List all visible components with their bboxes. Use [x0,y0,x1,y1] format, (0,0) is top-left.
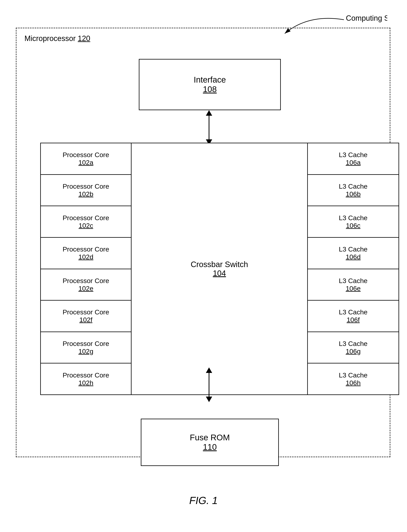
proc-core-b: Processor Core 102b [41,175,131,206]
l3-cache-column: L3 Cache 106a L3 Cache 106b L3 Cache 106… [308,143,399,394]
l3-cache-c: L3 Cache 106c [308,206,399,238]
fuse-rom-box: Fuse ROM 110 [141,419,279,466]
l3-cache-f: L3 Cache 106f [308,301,399,332]
outer-boundary-box: Microprocessor 120 Interface 108 Process… [16,28,391,457]
proc-core-e: Processor Core 102e [41,269,131,301]
interface-number: 108 [203,85,217,94]
proc-core-h: Processor Core 102h [41,363,131,394]
proc-core-d: Processor Core 102d [41,238,131,269]
inner-chip-box: Processor Core 102a Processor Core 102b … [40,143,399,395]
l3-cache-e: L3 Cache 106e [308,269,399,301]
l3-cache-b: L3 Cache 106b [308,175,399,206]
interface-crossbar-arrow [206,110,212,145]
figure-caption: FIG. 1 [189,494,218,506]
interface-label: Interface [194,75,226,85]
l3-cache-h: L3 Cache 106h [308,363,399,394]
proc-core-g: Processor Core 102g [41,332,131,364]
page: Computing System 100 Microprocessor 120 … [0,0,407,532]
processor-cores-column: Processor Core 102a Processor Core 102b … [41,143,132,394]
interface-box: Interface 108 [139,59,281,110]
l3-cache-d: L3 Cache 106d [308,238,399,269]
proc-core-a: Processor Core 102a [41,143,131,175]
crossbar-fuserom-arrow [206,367,212,402]
proc-core-c: Processor Core 102c [41,206,131,238]
computing-system-label: Computing System 100 [346,14,387,22]
l3-cache-a: L3 Cache 106a [308,143,399,175]
crossbar-switch-box: Crossbar Switch 104 [132,143,308,394]
proc-core-f: Processor Core 102f [41,301,131,332]
microprocessor-label: Microprocessor 120 [24,34,90,43]
l3-cache-g: L3 Cache 106g [308,332,399,364]
